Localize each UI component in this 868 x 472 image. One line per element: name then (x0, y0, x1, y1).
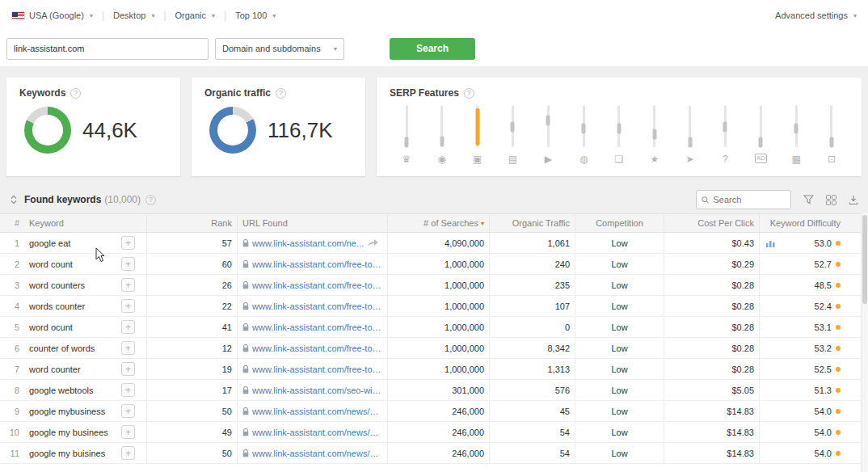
serp-slider-marker[interactable] (759, 137, 763, 147)
serp-slider-marker[interactable] (688, 137, 692, 147)
add-keyword-button[interactable]: + (121, 299, 135, 313)
add-keyword-button[interactable]: + (121, 236, 135, 250)
url-link[interactable]: www.link-assistant.com/seo-wiki/... (252, 386, 382, 395)
search-button[interactable]: Search (390, 38, 475, 60)
add-keyword-button[interactable]: + (121, 383, 135, 397)
header-traffic[interactable]: Organic Traffic (490, 214, 575, 232)
competition-value: Low (575, 338, 664, 358)
help-icon[interactable]: ? (464, 88, 474, 99)
export-button[interactable] (849, 195, 858, 205)
url-link[interactable]: www.link-assistant.com/free-tools... (252, 322, 382, 332)
table-row[interactable]: 10 google my businees + 49 www.link-assi… (0, 422, 868, 443)
row-index: 11 (0, 443, 24, 463)
separator: | (102, 10, 104, 21)
scrollbar-thumb[interactable] (862, 215, 867, 304)
serp-slider-marker[interactable] (829, 137, 833, 147)
summary-band: Keywords ? 44,6K Organic traffic ? 116,7… (0, 66, 868, 213)
serp-slider-marker[interactable] (511, 122, 515, 133)
url-link[interactable]: www.link-assistant.com/news/goo... (252, 428, 382, 437)
table-body: 1 google eat + 57 www.link-assistant.com… (0, 233, 868, 464)
depth-selector[interactable]: Top 100 ▾ (235, 11, 276, 20)
collapse-icon[interactable] (10, 194, 18, 205)
difficulty-dot (836, 262, 841, 267)
serp-slider-marker[interactable] (794, 123, 798, 133)
serp-slider-marker[interactable] (405, 137, 409, 147)
serp-feature-videos: ▶ (539, 105, 557, 165)
table-row[interactable]: 3 word counters + 26 www.link-assistant.… (0, 275, 868, 296)
serp-slider-marker[interactable] (723, 122, 727, 133)
serp-slider-track (830, 105, 832, 147)
table-row[interactable]: 5 word ocunt + 41 www.link-assistant.com… (0, 317, 868, 338)
serp-features-card: SERP Features ? ♛◉▣▤▶◍❏★➤?AD▦⊡ (377, 78, 862, 176)
advanced-settings[interactable]: Advanced settings ▾ (775, 11, 857, 20)
url-link[interactable]: www.link-assistant.com/free-tools... (252, 280, 382, 290)
header-url[interactable]: URL Found (238, 214, 388, 232)
header-difficulty[interactable]: Keyword Difficulty (760, 214, 850, 232)
domain-input[interactable] (6, 38, 209, 60)
table-row[interactable]: 1 google eat + 57 www.link-assistant.com… (0, 233, 868, 254)
search-type-selector[interactable]: Organic ▾ (175, 11, 216, 20)
add-keyword-button[interactable]: + (121, 425, 135, 439)
add-keyword-button[interactable]: + (121, 320, 135, 334)
device-selector[interactable]: Desktop ▾ (113, 11, 154, 20)
serp-slider-marker[interactable] (440, 136, 444, 146)
header-competition[interactable]: Competition (575, 214, 664, 232)
header-cpc[interactable]: Cost Per Click (664, 214, 760, 232)
filter-button[interactable] (803, 195, 814, 204)
add-keyword-button[interactable]: + (121, 341, 135, 355)
region-selector[interactable]: USA (Google) ▾ (11, 11, 93, 20)
header-searches[interactable]: # of Searches ▾ (388, 214, 490, 232)
cpc-value: $0.29 (664, 254, 760, 274)
searches-value: 1,000,000 (388, 359, 490, 379)
url-link[interactable]: www.link-assistant.com/news/goo... (252, 449, 382, 458)
table-row[interactable]: 7 word counter + 19 www.link-assistant.c… (0, 359, 868, 380)
competition-value: Low (575, 359, 664, 379)
keyword-search-box[interactable] (696, 190, 791, 209)
url-link[interactable]: www.link-assistant.com/free-tools... (252, 365, 382, 374)
serp-slider-marker[interactable] (582, 123, 586, 133)
url-link[interactable]: www.link-assistant.com/news/goo... (252, 407, 382, 416)
help-icon[interactable]: ? (70, 88, 81, 99)
scope-dropdown[interactable]: Domain and subdomains ▾ (215, 38, 344, 60)
difficulty-value: 52.7 (815, 259, 832, 269)
featured-snippet-icon: ❏ (615, 154, 624, 165)
add-keyword-button[interactable]: + (121, 278, 135, 292)
columns-layout-button[interactable] (826, 195, 836, 205)
header-rank[interactable]: Rank (147, 214, 238, 232)
header-keyword[interactable]: Keyword (24, 214, 110, 232)
table-row[interactable]: 8 google webtools + 17 www.link-assistan… (0, 380, 868, 401)
difficulty-value: 52.4 (815, 301, 832, 311)
add-keyword-button[interactable]: + (121, 257, 135, 271)
serp-slider-marker[interactable] (475, 108, 479, 145)
table-row[interactable]: 4 words counter + 22 www.link-assistant.… (0, 296, 868, 317)
serp-slider-marker[interactable] (617, 123, 621, 133)
serp-slider-marker[interactable] (652, 129, 656, 140)
url-link[interactable]: www.link-assistant.com/free-tools... (252, 259, 382, 269)
add-keyword-button[interactable]: + (121, 404, 135, 418)
keyword-search-input[interactable] (713, 195, 786, 204)
help-icon[interactable]: ? (145, 195, 156, 205)
table-row[interactable]: 9 google mybusiness + 50 www.link-assist… (0, 401, 868, 422)
region-label: USA (Google) (29, 11, 84, 20)
table-row[interactable]: 2 word count + 60 www.link-assistant.com… (0, 254, 868, 275)
url-link[interactable]: www.link-assistant.com/free-tools... (252, 301, 382, 311)
table-row[interactable]: 11 google my buisines + 50 www.link-assi… (0, 443, 868, 464)
traffic-value: 107 (490, 296, 575, 316)
add-keyword-button[interactable]: + (121, 362, 135, 376)
open-url-icon[interactable] (367, 238, 378, 247)
competition-value: Low (575, 317, 664, 337)
add-keyword-button[interactable]: + (121, 446, 135, 460)
url-link[interactable]: www.link-assistant.com/free-tools... (252, 343, 382, 353)
serp-slider-marker[interactable] (546, 115, 550, 125)
header-num[interactable]: # (0, 214, 24, 232)
vertical-scrollbar[interactable] (861, 213, 868, 472)
funnel-icon (803, 195, 814, 204)
url-link[interactable]: www.link-assistant.com/ne... (252, 238, 364, 248)
header-searches-label: # of Searches (423, 218, 478, 228)
chevron-down-icon: ▾ (212, 12, 215, 19)
help-icon[interactable]: ? (276, 88, 286, 99)
traffic-value: 8,342 (490, 338, 575, 358)
difficulty-chart-icon[interactable] (766, 239, 776, 247)
table-row[interactable]: 6 counter of words + 12 www.link-assista… (0, 338, 868, 359)
lock-icon (242, 428, 249, 436)
